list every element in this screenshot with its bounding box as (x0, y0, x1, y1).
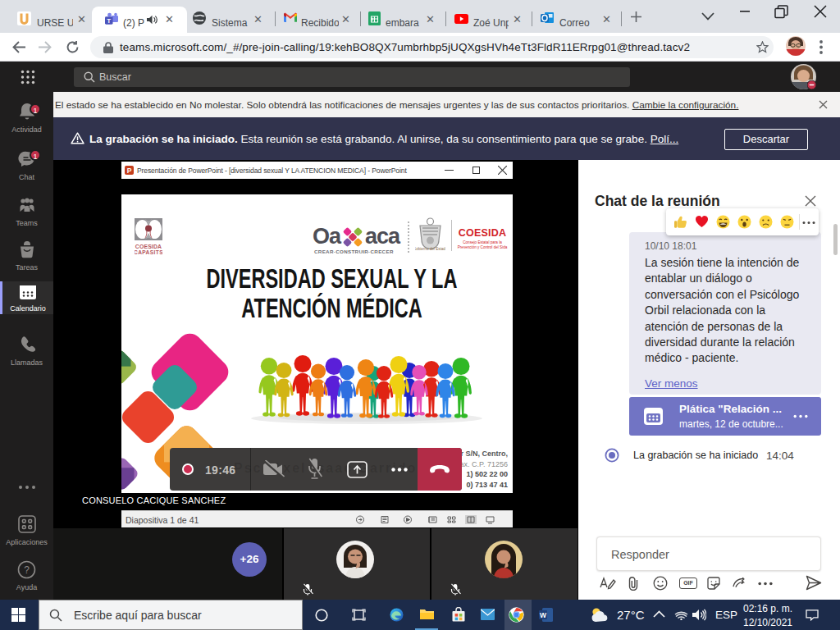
svg-text:COESIDA: COESIDA (135, 244, 162, 249)
svg-text:CAPASITS: CAPASITS (135, 249, 162, 254)
svg-text:Gobierno del Estado: Gobierno del Estado (415, 247, 445, 251)
svg-text:T: T (107, 17, 111, 25)
svg-text:?: ? (24, 564, 30, 576)
svg-text:W: W (540, 611, 547, 619)
svg-text:P: P (127, 167, 132, 175)
